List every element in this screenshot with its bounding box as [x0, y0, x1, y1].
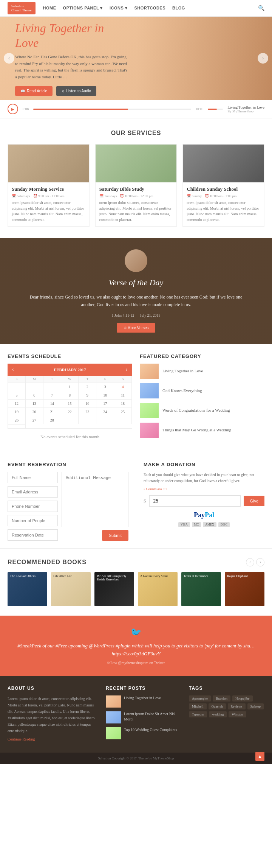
- twitter-follow[interactable]: follow @mythemeshoptam on Twitter: [15, 661, 257, 665]
- featured-item-4[interactable]: Things that May Go Wrong at a Wedding: [140, 423, 264, 438]
- submit-button[interactable]: Submit: [102, 530, 128, 541]
- featured-item-1[interactable]: Living Together in Love: [140, 364, 264, 379]
- tag-winston[interactable]: Winston: [229, 711, 246, 717]
- services-grid: Sunday Morning Service 📅 Saturdays ⏰ 9:0…: [8, 144, 264, 227]
- people-input[interactable]: [8, 515, 58, 526]
- featured-label-3: Words of Congratulations for a Wedding: [162, 408, 230, 413]
- service-time-3: ⏰ 10:00 am - 1:00 pm: [205, 194, 236, 198]
- nav-blog[interactable]: BLOG: [172, 6, 185, 11]
- audio-progress-bar[interactable]: [33, 109, 191, 110]
- service-desc-3: orem ipsum dolor sit amet, consectetur a…: [187, 200, 260, 222]
- footer-post-3[interactable]: Top 10 Wedding Guest Complaints: [106, 727, 181, 739]
- audio-title: Living Together in Love: [227, 105, 264, 109]
- tag-mitchell[interactable]: Mitchell: [189, 703, 207, 709]
- footer-post-1[interactable]: Living Together in Love: [106, 695, 181, 708]
- book-item-2[interactable]: Life After Life: [51, 572, 91, 606]
- hero-next-button[interactable]: ›: [258, 53, 268, 64]
- donation-section: MAKE A DONATION Each of you should give …: [136, 454, 272, 548]
- featured-thumb-1: [140, 364, 159, 379]
- date-input[interactable]: [8, 529, 58, 541]
- books-next-button[interactable]: ›: [256, 558, 264, 566]
- audio-total-time: 10:00: [196, 107, 204, 111]
- service-name-3: Children Sunday School: [187, 186, 260, 192]
- tag-brandon[interactable]: Brandon: [213, 695, 230, 702]
- calendar-title: EVENTS SCHEDULE: [8, 353, 132, 359]
- reservation-donation-row: EVENT RESERVATION Submit MAKE A DONATION…: [0, 454, 272, 548]
- book-item-1[interactable]: The Lives of Others: [8, 572, 47, 606]
- full-name-input[interactable]: [8, 472, 58, 483]
- tags-grid: Apostrophe Brandon Hoopajibe Mitchell Qu…: [189, 695, 264, 717]
- book-icon: 📖: [20, 89, 25, 93]
- reservation-title: EVENT RESERVATION: [8, 462, 128, 467]
- footer-post-2[interactable]: Lorem ipsum Dolor Sit Amet Nisl Morbi: [106, 711, 181, 723]
- footer-post-thumb-2: [106, 711, 121, 723]
- book-item-5[interactable]: Tenth of December: [181, 572, 221, 606]
- service-card-3: Children Sunday School 📅 Sunday ⏰ 10:00 …: [182, 144, 264, 227]
- discover-icon: DISC: [218, 522, 230, 527]
- nav-icons[interactable]: ICONS ▾: [110, 6, 127, 11]
- more-verses-button[interactable]: ⊕ More Verses: [117, 323, 156, 333]
- volume-filled: [208, 109, 217, 110]
- audio-current-time: 0:08: [23, 107, 29, 111]
- donation-amount-input[interactable]: [149, 495, 241, 507]
- read-article-button[interactable]: 📖 Read Article: [15, 86, 53, 96]
- featured-thumb-4: [140, 423, 159, 438]
- nav-shortcodes[interactable]: SHORTCODES: [134, 6, 165, 11]
- phone-input[interactable]: [8, 501, 58, 512]
- back-to-top-button[interactable]: ▲: [255, 752, 264, 761]
- hero-prev-button[interactable]: ‹: [4, 53, 14, 64]
- calendar-prev-button[interactable]: ‹: [12, 367, 14, 373]
- book-item-6[interactable]: Rogue Elephant: [225, 572, 264, 606]
- logo[interactable]: Salvation Church Theme: [8, 2, 36, 15]
- form-right-fields: Submit: [62, 472, 128, 541]
- main-nav: Salvation Church Theme HOME OPTIONS PANE…: [0, 0, 272, 17]
- hero-title: Living Together in Love: [15, 21, 128, 50]
- play-button[interactable]: ▶: [8, 104, 18, 114]
- message-textarea[interactable]: [62, 472, 128, 527]
- footer-about-title: ABOUT US: [8, 686, 98, 691]
- hero-section: ‹ Living Together in Love Where No Fan H…: [0, 17, 272, 100]
- audio-info: Living Together in Love By MyThemeShop: [227, 105, 264, 113]
- tag-apostrophe[interactable]: Apostrophe: [189, 695, 211, 702]
- email-input[interactable]: [8, 486, 58, 498]
- calendar-month: FEBRUARY 2017: [54, 367, 86, 372]
- tag-safetop[interactable]: Safetop: [247, 703, 264, 709]
- tag-quaersh[interactable]: Quaersh: [209, 703, 226, 709]
- book-item-4[interactable]: A God in Every Stone: [138, 572, 178, 606]
- give-button[interactable]: Give: [244, 496, 264, 506]
- book-item-3[interactable]: We Are All Completely Beside Ourselves: [94, 572, 134, 606]
- footer-bottom: Salvation Copyright © 2017. Theme by MyT…: [0, 753, 272, 764]
- service-day-1: 📅 Saturdays: [12, 194, 30, 198]
- footer-continue-reading-link[interactable]: Continue Reading: [8, 737, 98, 741]
- nav-home[interactable]: HOME: [43, 6, 56, 11]
- books-grid: The Lives of Others Life After Life We A…: [8, 572, 264, 606]
- footer-posts-title: RECENT POSTS: [106, 686, 181, 691]
- featured-label-2: God Knows Everything: [162, 388, 202, 394]
- search-icon[interactable]: 🔍: [258, 5, 264, 11]
- nav-options[interactable]: OPTIONS PANEL ▾: [63, 6, 103, 11]
- reservation-section: EVENT RESERVATION Submit: [0, 454, 136, 548]
- calendar-day-headers: S M T W T F S: [8, 376, 132, 383]
- tag-reviews[interactable]: Reviews: [228, 703, 246, 709]
- tag-hoopajibe[interactable]: Hoopajibe: [232, 695, 253, 702]
- service-day-3: 📅 Sunday: [187, 194, 202, 198]
- volume-control[interactable]: [208, 109, 223, 110]
- books-prev-button[interactable]: ‹: [246, 558, 254, 566]
- calendar-days: 1 2 3 4 5 6 7 8 9 10 11 12 13 14 15 16 1…: [8, 383, 132, 428]
- tag-taproom[interactable]: Taproom: [189, 711, 207, 717]
- card-icons: VISA MC AMEX DISC: [144, 522, 264, 527]
- hero-content: Living Together in Love Where No Fan Has…: [0, 17, 144, 100]
- verse-date: July 21, 2015: [140, 313, 160, 317]
- calendar-next-button[interactable]: ›: [126, 367, 128, 373]
- services-section: OUR SERVICES Sunday Morning Service 📅 Sa…: [0, 118, 272, 238]
- featured-item-3[interactable]: Words of Congratulations for a Wedding: [140, 403, 264, 418]
- featured-item-2[interactable]: God Knows Everything: [140, 383, 264, 398]
- no-events-message: No events scheduled for this month: [8, 429, 132, 445]
- service-desc-1: orem ipsum dolor sit amet, consectetur a…: [12, 200, 85, 222]
- tag-wedding[interactable]: wedding: [209, 711, 227, 717]
- listen-audio-button[interactable]: ♫ Listen to Audio: [56, 86, 96, 96]
- verse-avatar: [125, 249, 147, 272]
- verse-section: Verse of the Day Dear friends, since God…: [0, 238, 272, 344]
- service-name-1: Sunday Morning Service: [12, 186, 85, 192]
- footer-tags-col: TAGS Apostrophe Brandon Hoopajibe Mitche…: [189, 686, 264, 743]
